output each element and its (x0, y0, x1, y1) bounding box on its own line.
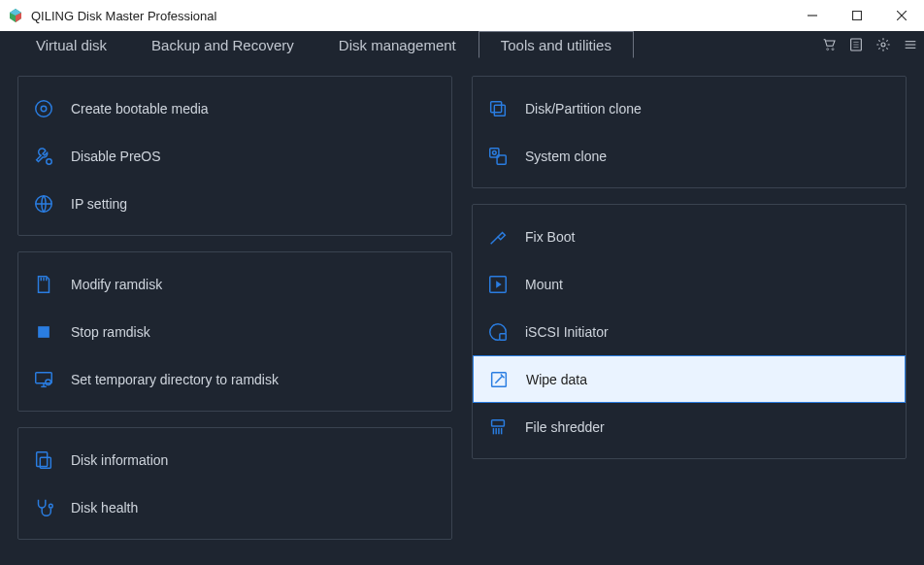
system-clone-icon (486, 145, 510, 168)
create-bootable-media-item[interactable]: Create bootable media (18, 84, 451, 132)
item-label: Modify ramdisk (71, 277, 162, 292)
tab-backup-recovery[interactable]: Backup and Recovery (129, 31, 316, 58)
item-label: System clone (525, 149, 607, 164)
tab-tools-utilities[interactable]: Tools and utilities (478, 31, 634, 58)
monitor-gear-icon (32, 368, 55, 391)
stop-icon (32, 320, 55, 344)
fix-boot-item[interactable]: Fix Boot (473, 213, 906, 260)
item-label: File shredder (525, 419, 605, 435)
svg-marker-38 (496, 281, 502, 287)
minimize-button[interactable] (790, 0, 835, 31)
wrench-gear-icon (32, 145, 55, 168)
svg-point-7 (827, 49, 829, 50)
titlebar: QILING Disk Master Professional (0, 0, 924, 31)
set-temp-dir-item[interactable]: Set temporary directory to ramdisk (18, 355, 451, 403)
ip-setting-item[interactable]: IP setting (18, 180, 451, 227)
target-icon (486, 320, 510, 344)
screwdriver-icon (486, 225, 510, 249)
left-column: Create bootable media Disable PreOS IP s… (17, 76, 452, 540)
svg-rect-33 (494, 105, 505, 116)
svg-point-8 (832, 49, 834, 50)
boot-panel: Create bootable media Disable PreOS IP s… (17, 76, 452, 236)
app-logo-icon (8, 8, 23, 23)
disk-info-icon (32, 449, 55, 472)
svg-point-13 (881, 43, 885, 47)
item-label: Disable PreOS (71, 149, 161, 164)
item-label: Disk information (71, 452, 168, 468)
tab-disk-management[interactable]: Disk management (316, 31, 478, 58)
play-icon (486, 273, 510, 296)
item-label: Disk/Partition clone (525, 101, 642, 116)
wipe-data-item[interactable]: Wipe data (473, 355, 906, 403)
svg-rect-24 (38, 326, 50, 338)
ramdisk-panel: Modify ramdisk Stop ramdisk Set temporar… (17, 251, 452, 412)
right-column: Disk/Partition clone System clone Fix Bo… (472, 76, 907, 540)
svg-rect-32 (491, 101, 502, 112)
stethoscope-icon (32, 496, 55, 519)
network-icon (32, 192, 55, 216)
disable-preos-item[interactable]: Disable PreOS (18, 132, 451, 180)
window-title: QILING Disk Master Professional (31, 9, 216, 23)
sdcard-icon (32, 273, 55, 296)
mount-item[interactable]: Mount (473, 260, 906, 308)
utility-panel: Fix Boot Mount iSCSI Initiator Wipe data… (472, 204, 907, 459)
svg-rect-29 (37, 451, 48, 466)
svg-point-36 (493, 150, 497, 154)
disk-information-item[interactable]: Disk information (18, 436, 451, 483)
shredder-icon (486, 415, 510, 439)
disk-partition-clone-item[interactable]: Disk/Partition clone (473, 84, 906, 132)
item-label: Set temporary directory to ramdisk (71, 372, 279, 387)
diskinfo-panel: Disk information Disk health (17, 427, 452, 540)
file-shredder-item[interactable]: File shredder (473, 403, 906, 450)
wipe-icon (487, 368, 511, 391)
stop-ramdisk-item[interactable]: Stop ramdisk (18, 308, 451, 355)
disk-health-item[interactable]: Disk health (18, 483, 451, 531)
tab-virtual-disk[interactable]: Virtual disk (14, 31, 129, 58)
close-button[interactable] (879, 0, 924, 31)
log-icon[interactable] (842, 31, 870, 58)
item-label: Wipe data (526, 372, 587, 387)
disc-icon (32, 97, 55, 120)
settings-icon[interactable] (870, 31, 897, 58)
item-label: Stop ramdisk (71, 324, 150, 340)
iscsi-initiator-item[interactable]: iSCSI Initiator (473, 308, 906, 355)
item-label: Mount (525, 277, 563, 292)
svg-point-31 (50, 504, 53, 508)
menu-icon[interactable] (897, 31, 924, 58)
svg-rect-40 (500, 333, 506, 339)
clone-icon (486, 97, 510, 120)
item-label: IP setting (71, 196, 127, 212)
svg-rect-42 (492, 419, 505, 425)
svg-point-18 (41, 106, 47, 112)
modify-ramdisk-item[interactable]: Modify ramdisk (18, 260, 451, 308)
clone-panel: Disk/Partition clone System clone (472, 76, 907, 188)
svg-point-28 (46, 380, 51, 385)
maximize-button[interactable] (835, 0, 879, 31)
item-label: Fix Boot (525, 229, 575, 245)
svg-rect-25 (36, 372, 52, 382)
content-area: Create bootable media Disable PreOS IP s… (0, 58, 924, 540)
item-label: iSCSI Initiator (525, 324, 609, 340)
item-label: Disk health (71, 500, 138, 515)
cart-icon[interactable] (815, 31, 842, 58)
tabbar: Virtual disk Backup and Recovery Disk ma… (0, 31, 924, 58)
svg-point-17 (36, 100, 52, 116)
svg-point-19 (47, 158, 52, 164)
svg-rect-4 (853, 12, 862, 20)
system-clone-item[interactable]: System clone (473, 132, 906, 180)
item-label: Create bootable media (71, 101, 209, 116)
